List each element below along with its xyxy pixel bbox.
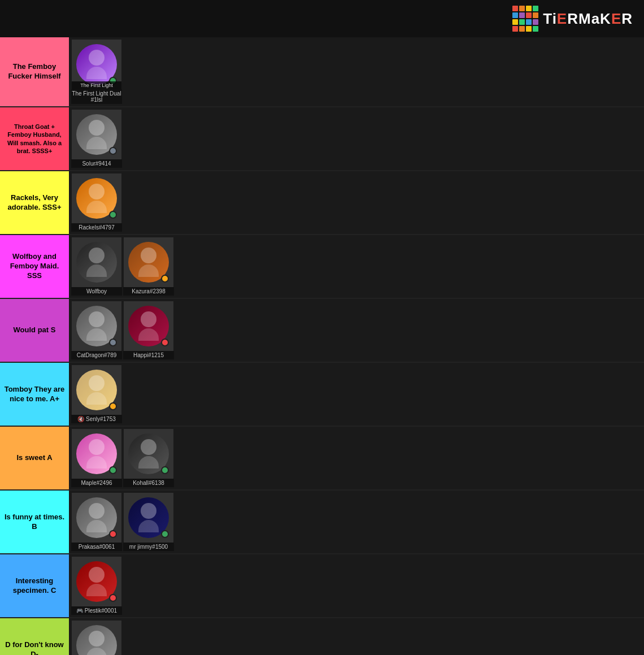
tier-label-s: Would pat S bbox=[0, 299, 69, 362]
tier-item[interactable]: 🎮 Plestik#0001 bbox=[71, 557, 122, 615]
status-dot bbox=[109, 339, 117, 346]
tier-row-c: Interesting specimen. C🎮 Plestik#0001 bbox=[0, 554, 644, 618]
tier-label-d_minus: D for Don't know D- bbox=[0, 618, 69, 655]
status-dot bbox=[161, 466, 169, 474]
tier-row-b: Is funny at times. BPrakasa#0061mr jimmy… bbox=[0, 491, 644, 554]
status-dot bbox=[161, 339, 169, 346]
tier-items-b: Prakasa#0061mr jimmy#1500 bbox=[69, 491, 644, 553]
item-username: The First Light Dual#1lsl bbox=[71, 89, 122, 104]
item-username: Prakasa#0061 bbox=[71, 543, 122, 551]
tier-items-c: 🎮 Plestik#0001 bbox=[69, 554, 644, 617]
item-username: 🎮 Plestik#0001 bbox=[71, 606, 122, 615]
logo-text: TiERMaKER bbox=[543, 10, 633, 28]
tier-row-top: The Femboy Fucker HimselfThe First Light… bbox=[0, 37, 644, 107]
status-dot bbox=[109, 466, 117, 474]
status-dot bbox=[109, 147, 117, 155]
tier-row-d_minus: D for Don't know D-Halowonic bbox=[0, 618, 644, 655]
tier-item[interactable]: 🔇 Senly#1753 bbox=[71, 365, 122, 423]
tier-items-ssss_plus: Solur#9414 bbox=[69, 107, 644, 170]
tier-items-sss_plus: Rackels#4797 bbox=[69, 171, 644, 234]
item-username: Solur#9414 bbox=[71, 159, 122, 168]
header: TiERMaKER bbox=[0, 0, 644, 37]
tier-item[interactable]: Prakasa#0061 bbox=[71, 493, 122, 551]
tier-row-sss_plus: Rackels, Very adorable. SSS+Rackels#4797 bbox=[0, 171, 644, 235]
tier-label-b: Is funny at times. B bbox=[0, 491, 69, 553]
tier-label-a: Is sweet A bbox=[0, 427, 69, 489]
status-dot bbox=[161, 530, 169, 538]
logo-grid-icon bbox=[512, 6, 538, 32]
tier-row-sss: Wolfboy and Femboy Maid. SSSWolfboyKazur… bbox=[0, 235, 644, 299]
status-dot bbox=[109, 530, 117, 538]
item-username: Happi#1215 bbox=[123, 351, 174, 359]
tiermaker-logo: TiERMaKER bbox=[506, 2, 639, 35]
item-username: CatDragon#789 bbox=[71, 351, 122, 359]
tier-item[interactable]: Kazura#2398 bbox=[123, 237, 174, 296]
tier-label-top: The Femboy Fucker Himself bbox=[0, 37, 69, 106]
tier-item[interactable]: Wolfboy bbox=[71, 237, 122, 296]
tier-item[interactable]: Halowonic bbox=[71, 621, 122, 655]
item-username: Rackels#4797 bbox=[71, 223, 122, 232]
tier-items-a: Maple#2496Kohall#6138 bbox=[69, 427, 644, 489]
tier-item[interactable]: mr jimmy#1500 bbox=[123, 493, 174, 551]
tier-items-s: CatDragon#789Happi#1215 bbox=[69, 299, 644, 362]
item-username: Maple#2496 bbox=[71, 479, 122, 487]
page-wrapper: TiERMaKER The Femboy Fucker HimselfThe F… bbox=[0, 0, 644, 655]
tier-label-ssss_plus: Throat Goat + Femboy Husband, Will smash… bbox=[0, 107, 69, 170]
tier-table: The Femboy Fucker HimselfThe First Light… bbox=[0, 37, 644, 655]
status-dot bbox=[109, 402, 117, 410]
tier-label-sss_plus: Rackels, Very adorable. SSS+ bbox=[0, 171, 69, 234]
item-username: Kohall#6138 bbox=[123, 479, 174, 487]
status-dot bbox=[109, 594, 117, 602]
item-overlay-label: The First Light bbox=[72, 81, 121, 89]
tier-label-c: Interesting specimen. C bbox=[0, 554, 69, 617]
tier-label-a_plus: Tomboy They are nice to me. A+ bbox=[0, 363, 69, 426]
tier-items-sss: WolfboyKazura#2398 bbox=[69, 235, 644, 298]
item-username: mr jimmy#1500 bbox=[123, 543, 174, 551]
status-dot bbox=[161, 275, 169, 283]
tier-item[interactable]: Solur#9414 bbox=[71, 110, 122, 168]
tier-items-a_plus: 🔇 Senly#1753 bbox=[69, 363, 644, 426]
tier-row-a: Is sweet AMaple#2496Kohall#6138 bbox=[0, 427, 644, 491]
tier-item[interactable]: Rackels#4797 bbox=[71, 173, 122, 232]
tier-item[interactable]: CatDragon#789 bbox=[71, 301, 122, 359]
item-username: Kazura#2398 bbox=[123, 287, 174, 296]
tier-items-d_minus: Halowonic bbox=[69, 618, 644, 655]
tier-label-sss: Wolfboy and Femboy Maid. SSS bbox=[0, 235, 69, 298]
tier-item[interactable]: Kohall#6138 bbox=[123, 429, 174, 487]
tier-items-top: The First LightThe First Light Dual#1lsl bbox=[69, 37, 644, 106]
tier-row-a_plus: Tomboy They are nice to me. A+🔇 Senly#17… bbox=[0, 363, 644, 427]
tier-item[interactable]: The First LightThe First Light Dual#1lsl bbox=[71, 40, 122, 104]
tier-item[interactable]: Maple#2496 bbox=[71, 429, 122, 487]
item-username: Wolfboy bbox=[71, 287, 122, 296]
item-username: 🔇 Senly#1753 bbox=[71, 415, 122, 423]
tier-item[interactable]: Happi#1215 bbox=[123, 301, 174, 359]
tier-row-ssss_plus: Throat Goat + Femboy Husband, Will smash… bbox=[0, 107, 644, 171]
status-dot bbox=[109, 211, 117, 219]
tier-row-s: Would pat SCatDragon#789Happi#1215 bbox=[0, 299, 644, 363]
